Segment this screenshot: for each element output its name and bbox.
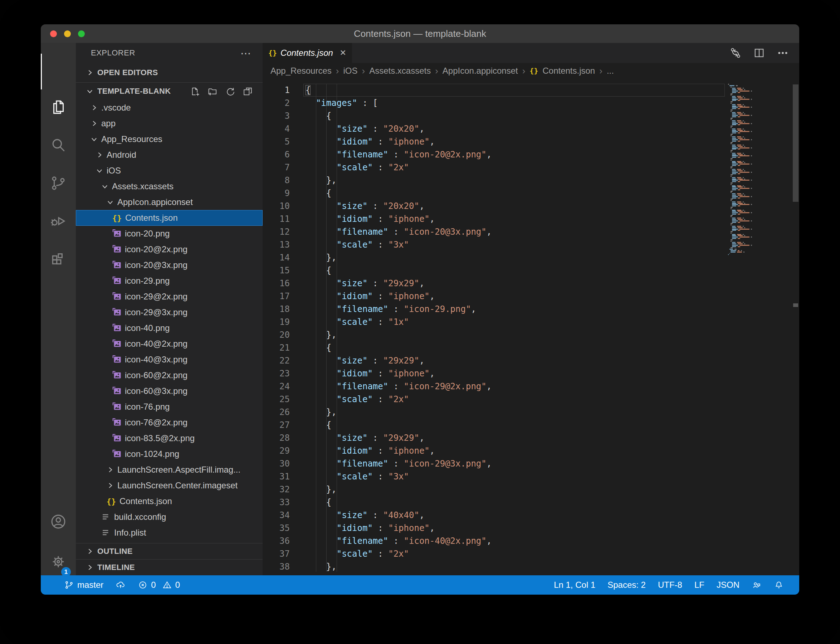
code-line[interactable]: 38 }, — [262, 560, 799, 573]
timeline-section[interactable]: TIMELINE — [76, 559, 262, 575]
code-line[interactable]: 31 "scale" : "3x" — [262, 470, 799, 483]
tree-item-icon-76-2x-png[interactable]: icon-76@2x.png — [76, 415, 262, 430]
settings-gear-icon[interactable]: 1 — [41, 544, 76, 580]
code-line[interactable]: 8 }, — [262, 174, 799, 187]
code-editor[interactable]: 1{2 "images" : [3 {4 "size" : "20x20",5 … — [262, 79, 799, 575]
code-line[interactable]: 29 "idiom" : "iphone", — [262, 444, 799, 457]
refresh-icon[interactable] — [225, 86, 236, 97]
code-line[interactable]: 34 "size" : "40x40", — [262, 509, 799, 522]
code-line[interactable]: 6 "filename" : "icon-20@2x.png", — [262, 148, 799, 161]
tree-item-icon-76-png[interactable]: icon-76.png — [76, 399, 262, 415]
sync-changes-button[interactable] — [110, 580, 132, 590]
sidebar-more-actions-icon[interactable]: ⋯ — [240, 47, 252, 59]
open-editors-section[interactable]: OPEN EDITORS — [76, 63, 262, 83]
tree-item-app[interactable]: app — [76, 115, 262, 131]
editor-scrollbar[interactable] — [792, 79, 799, 575]
code-line[interactable]: 3 { — [262, 110, 799, 122]
tree-item-icon-40-2x-png[interactable]: icon-40@2x.png — [76, 336, 262, 352]
tree-item-icon-60-2x-png[interactable]: icon-60@2x.png — [76, 368, 262, 383]
explorer-icon[interactable] — [41, 89, 76, 125]
tree-item-android[interactable]: Android — [76, 147, 262, 163]
tree-item-icon-20-3x-png[interactable]: icon-20@3x.png — [76, 257, 262, 273]
code-line[interactable]: 27 { — [262, 419, 799, 432]
code-line[interactable]: 23 "idiom" : "iphone", — [262, 367, 799, 380]
tree-item-launchscreen-aspectfill-imag[interactable]: LaunchScreen.AspectFill.imag... — [76, 462, 262, 478]
code-line[interactable]: 12 "filename" : "icon-20@3x.png", — [262, 225, 799, 238]
notifications-button[interactable] — [768, 580, 790, 590]
code-line[interactable]: 35 "idiom" : "iphone", — [262, 522, 799, 534]
code-line[interactable]: 11 "idiom" : "iphone", — [262, 212, 799, 225]
code-line[interactable]: 25 "scale" : "2x" — [262, 393, 799, 406]
tree-item-ios[interactable]: iOS — [76, 163, 262, 179]
code-line[interactable]: 28 "size" : "29x29", — [262, 432, 799, 444]
indentation-setting[interactable]: Spaces: 2 — [601, 580, 652, 590]
tree-item-icon-20-2x-png[interactable]: icon-20@2x.png — [76, 242, 262, 257]
compare-changes-icon[interactable] — [729, 46, 742, 59]
breadcrumb-item[interactable]: Contents.json — [542, 66, 595, 76]
problems-status[interactable]: 0 0 — [132, 580, 186, 590]
split-editor-icon[interactable] — [753, 46, 766, 59]
tree-item-icon-40-3x-png[interactable]: icon-40@3x.png — [76, 352, 262, 368]
breadcrumb-item[interactable]: ... — [607, 66, 614, 76]
code-line[interactable]: 32 }, — [262, 483, 799, 496]
code-line[interactable]: 36 "filename" : "icon-40@2x.png", — [262, 534, 799, 547]
breadcrumb-item[interactable]: App_Resources — [271, 66, 331, 76]
code-line[interactable]: 26 }, — [262, 406, 799, 419]
tab-contents-json[interactable]: {} Contents.json ✕ — [262, 43, 352, 63]
tree-item-icon-29-png[interactable]: icon-29.png — [76, 273, 262, 289]
more-actions-icon[interactable] — [776, 46, 789, 59]
code-line[interactable]: 5 "idiom" : "iphone", — [262, 135, 799, 148]
tree-item-contents-json[interactable]: {}Contents.json — [76, 210, 262, 226]
code-line[interactable]: 37 "scale" : "2x" — [262, 547, 799, 560]
code-line[interactable]: 7 "scale" : "2x" — [262, 161, 799, 174]
code-line[interactable]: 21 { — [262, 341, 799, 354]
tree-item-app-resources[interactable]: App_Resources — [76, 131, 262, 147]
tree-item-assets-xcassets[interactable]: Assets.xcassets — [76, 179, 262, 194]
breadcrumb-item[interactable]: AppIcon.appiconset — [443, 66, 518, 76]
code-line[interactable]: 24 "filename" : "icon-29@2x.png", — [262, 380, 799, 393]
code-line[interactable]: 10 "size" : "20x20", — [262, 200, 799, 212]
code-line[interactable]: 15 { — [262, 264, 799, 277]
zoom-window-button[interactable] — [78, 30, 85, 37]
tree-item-launchscreen-center-imageset[interactable]: LaunchScreen.Center.imageset — [76, 478, 262, 493]
code-line[interactable]: 13 "scale" : "3x" — [262, 238, 799, 251]
code-line[interactable]: 19 "scale" : "1x" — [262, 315, 799, 329]
account-icon[interactable] — [41, 504, 76, 539]
tree-item-info-plist[interactable]: Info.plist — [76, 525, 262, 540]
tree-item-icon-29-3x-png[interactable]: icon-29@3x.png — [76, 304, 262, 320]
scrollbar-thumb[interactable] — [793, 84, 799, 202]
cursor-position[interactable]: Ln 1, Col 1 — [548, 580, 601, 590]
minimap[interactable] — [726, 79, 792, 575]
outline-section[interactable]: OUTLINE — [76, 543, 262, 559]
code-line[interactable]: 30 "filename" : "icon-29@3x.png", — [262, 457, 799, 470]
code-line[interactable]: 22 "size" : "29x29", — [262, 354, 799, 367]
run-debug-icon[interactable] — [41, 203, 76, 239]
tree-item-appicon-appiconset[interactable]: AppIcon.appiconset — [76, 194, 262, 210]
new-folder-icon[interactable] — [207, 86, 218, 97]
tree-item-build-xcconfig[interactable]: build.xcconfig — [76, 509, 262, 525]
code-line[interactable]: 2 "images" : [ — [262, 97, 799, 110]
new-file-icon[interactable] — [190, 86, 201, 97]
feedback-button[interactable] — [746, 580, 768, 590]
code-line[interactable]: 17 "idiom" : "iphone", — [262, 290, 799, 303]
git-branch-status[interactable]: master — [58, 580, 110, 590]
code-line[interactable]: 16 "size" : "29x29", — [262, 277, 799, 290]
code-line[interactable]: 33 { — [262, 496, 799, 509]
tree-item-icon-1024-png[interactable]: icon-1024.png — [76, 446, 262, 462]
tree-item-icon-83-5-2x-png[interactable]: icon-83.5@2x.png — [76, 430, 262, 446]
code-line[interactable]: 4 "size" : "20x20", — [262, 122, 799, 135]
code-line[interactable]: 9 { — [262, 187, 799, 200]
breadcrumb-item[interactable]: Assets.xcassets — [369, 66, 431, 76]
search-icon[interactable] — [41, 127, 76, 163]
collapse-all-icon[interactable] — [242, 86, 253, 97]
language-mode[interactable]: JSON — [710, 580, 746, 590]
code-line[interactable]: 18 "filename" : "icon-29.png", — [262, 303, 799, 315]
tree-item-icon-60-3x-png[interactable]: icon-60@3x.png — [76, 383, 262, 399]
tree-item-icon-20-png[interactable]: icon-20.png — [76, 226, 262, 242]
tree-item-contents-json[interactable]: {}Contents.json — [76, 493, 262, 509]
close-tab-icon[interactable]: ✕ — [340, 48, 346, 58]
close-window-button[interactable] — [50, 30, 57, 37]
code-line[interactable]: 14 }, — [262, 251, 799, 264]
code-line[interactable]: 20 }, — [262, 329, 799, 341]
breadcrumb-item[interactable]: iOS — [343, 66, 358, 76]
